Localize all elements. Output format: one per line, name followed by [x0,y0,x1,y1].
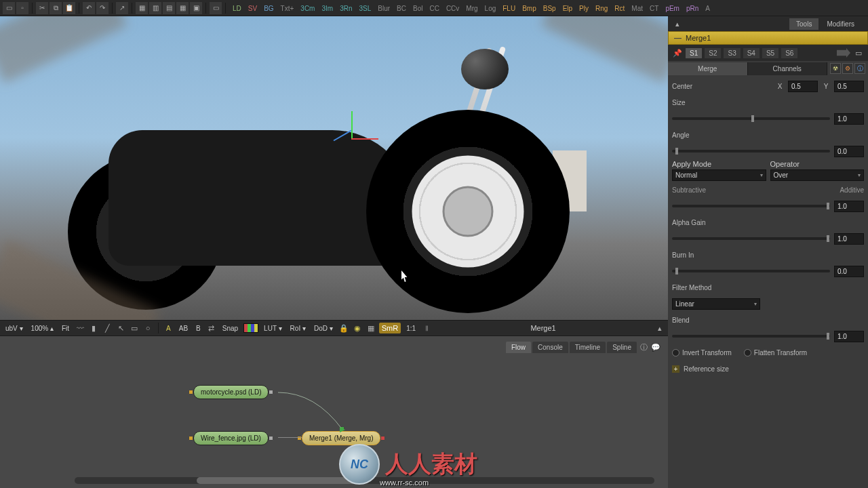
redo-icon[interactable]: ↷ [96,2,108,14]
tab-tools[interactable]: Tools [789,18,818,30]
reference-size-expand[interactable]: Reference size [672,365,729,373]
toolbar-ld[interactable]: LD [229,3,245,14]
toolbar-cc[interactable]: CC [426,3,442,14]
layout2-icon[interactable]: ▥ [149,2,161,14]
info-icon[interactable]: ⓘ [638,342,649,353]
tab-flow[interactable]: Flow [506,342,531,353]
angle-slider[interactable] [672,150,830,152]
angle-input[interactable] [834,146,864,157]
tab-timeline[interactable]: Timeline [570,342,606,353]
layout4-icon[interactable]: ▦ [176,2,189,14]
roi-menu[interactable]: RoI ▾ [288,323,309,333]
show-controls-icon[interactable]: ◉ [352,323,363,333]
copy-icon[interactable]: ⧉ [50,2,62,14]
layout3-icon[interactable]: ▤ [163,2,175,14]
subtab-channels[interactable]: Channels [748,62,828,75]
filter-method-select[interactable]: Linear [672,298,760,310]
layout5-icon[interactable]: ▣ [190,2,202,14]
toolbar-sv[interactable]: SV [245,3,260,14]
toolbar-bc[interactable]: BC [393,3,410,14]
zoom-level[interactable]: 100% ▴ [28,323,56,333]
fit-button[interactable]: Fit [59,323,72,333]
arrow-icon[interactable]: ↗ [116,2,128,14]
snap-toggle[interactable]: Snap [220,323,241,333]
bins-icon[interactable]: ▭ [210,2,222,14]
undo-icon[interactable]: ↶ [83,2,95,14]
sel-s3[interactable]: S3 [724,48,740,58]
selected-node-header[interactable]: Merge1 [668,31,868,45]
toolbar-elp[interactable]: Elp [559,3,576,14]
gear-icon[interactable]: ⚙ [842,63,853,74]
toolbar-ct[interactable]: CT [646,3,662,14]
center-y-input[interactable] [834,81,864,92]
swap-icon[interactable]: ⇄ [206,323,217,333]
alpha-gain-input[interactable] [834,233,864,245]
sel-s1[interactable]: S1 [686,48,702,58]
toolbar-flu[interactable]: FLU [499,3,519,14]
toolbar-txt+[interactable]: Txt+ [277,3,298,14]
dod-menu[interactable]: DoD ▾ [311,323,336,333]
flow-panel[interactable]: Flow Console Timeline Spline ⓘ 💬 motorcy… [0,336,668,488]
toolbar-mrg[interactable]: Mrg [462,3,481,14]
toolbar-prn[interactable]: pRn [683,3,702,14]
toolbar-3rn[interactable]: 3Rn [336,3,355,14]
toolbar-3im[interactable]: 3Im [318,3,336,14]
circle-tool-icon[interactable]: ○ [142,323,153,333]
chat-icon[interactable]: 💬 [650,342,661,353]
subview-menu[interactable]: ubV ▾ [3,323,26,333]
toolbar-pem[interactable]: pEm [662,3,683,14]
tab-spline[interactable]: Spline [607,342,637,353]
toolbar-a[interactable]: A [702,3,713,14]
toolbar-log[interactable]: Log [481,3,500,14]
b-buffer[interactable]: B [193,323,203,333]
size-slider[interactable] [672,117,830,120]
options-icon[interactable]: ▴ [654,323,665,333]
norm-icon[interactable]: ▮ [88,323,99,333]
pin-icon[interactable]: 📌 [672,47,683,58]
pointer-icon[interactable]: ↖ [115,323,126,333]
subadd-input[interactable] [834,201,864,212]
tab-console[interactable]: Console [532,342,568,353]
toolbar-3cm[interactable]: 3Cm [297,3,318,14]
node-merge[interactable]: Merge1 (Merge, Mrg) [302,431,380,445]
tab-modifiers[interactable]: Modifiers [820,18,861,30]
arrow-right-icon[interactable] [837,48,850,58]
size-input[interactable] [834,113,864,125]
alpha-gain-slider[interactable] [672,237,830,240]
script-icon[interactable]: ▭ [853,47,864,58]
toolbar-3sl[interactable]: 3SL [355,3,374,14]
wave-icon[interactable]: 〰 [75,323,85,333]
sel-s5[interactable]: S5 [762,48,778,58]
smooth-resize[interactable]: SmR [379,323,401,333]
subtractive-additive-slider[interactable] [672,205,830,207]
node-loader-2[interactable]: Wire_fence.jpg (LD) [193,431,269,445]
save-icon[interactable]: ▫ [16,2,28,14]
cut-icon[interactable]: ✂ [36,2,48,14]
toolbar-rng[interactable]: Rng [592,3,611,14]
toolbar-bg[interactable]: BG [260,3,277,14]
subtab-merge[interactable]: Merge [668,62,748,75]
toolbar-blur[interactable]: Blur [374,3,393,14]
apply-mode-select[interactable]: Normal [672,169,766,181]
center-x-input[interactable] [788,81,818,92]
burn-in-input[interactable] [834,266,864,277]
checker-icon[interactable]: ▦ [366,323,376,333]
toolbar-mat[interactable]: Mat [628,3,646,14]
lock-icon[interactable]: 🔒 [338,323,349,333]
rect-tool-icon[interactable]: ▭ [129,323,140,333]
node-loader-1[interactable]: motorcycle.psd (LD) [193,385,269,399]
sel-s2[interactable]: S2 [705,48,721,58]
a-buffer[interactable]: A [163,323,174,333]
toolbar-ccv[interactable]: CCv [443,3,462,14]
sel-s4[interactable]: S4 [743,48,760,58]
toolbar-bsp[interactable]: BSp [540,3,559,14]
toolbar-bmp[interactable]: Bmp [519,3,540,14]
invert-transform-radio[interactable]: Invert Transform [672,349,732,357]
open-icon[interactable]: ▭ [3,2,15,14]
blend-input[interactable] [834,331,864,342]
blend-slider[interactable] [672,335,830,338]
toolbar-rct[interactable]: Rct [611,3,628,14]
bars-icon[interactable]: ⫴ [421,323,432,333]
radiation-icon[interactable]: ☢ [830,63,841,74]
operator-select[interactable]: Over [770,169,865,181]
